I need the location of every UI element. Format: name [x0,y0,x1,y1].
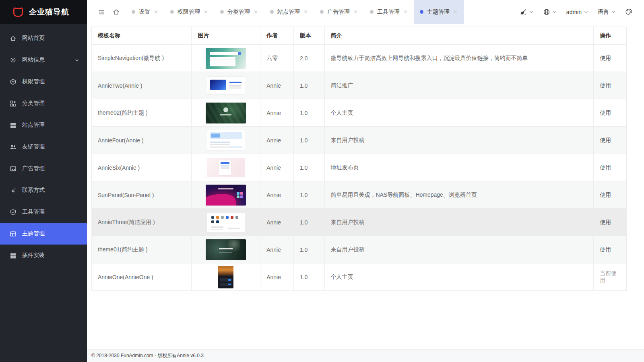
sidebar-item-site-info[interactable]: 网站信息 [0,49,87,71]
theme-desc: 个人主页 [324,263,594,291]
chevron-down-icon [553,10,557,14]
col-header-version: 版本 [293,27,324,45]
close-icon[interactable] [154,10,158,14]
theme-thumbnail [206,103,246,123]
theme-thumbnail [207,130,245,151]
close-icon[interactable] [453,10,458,14]
close-icon[interactable] [204,10,208,14]
col-header-name: 模板名称 [92,27,192,45]
tab-label: 权限管理 [178,8,200,16]
use-theme-button[interactable]: 使用 [600,137,611,143]
contact-gear-icon [10,187,17,194]
tab-themes[interactable]: 主题管理 [414,0,464,24]
sidebar-item-tools[interactable]: 工具管理 [0,201,87,223]
theme-name: SimpleNavigation(微导航 ) [92,45,192,72]
theme-desc: 个人主页 [324,99,594,127]
col-header-image: 图片 [192,27,260,45]
close-icon[interactable] [403,10,408,14]
sidebar-item-friend-links[interactable]: 友链管理 [0,136,87,158]
sidebar-item-home[interactable]: 网站首页 [0,27,87,49]
app-logo: 企业猫导航 [0,0,87,24]
table-row: AnnieTwo(Annie ) Annie 1.0 简洁推广 使用 [92,72,627,99]
user-dropdown[interactable]: admin [566,9,588,15]
language-dropdown[interactable]: 语言 [598,8,615,16]
tab-dot-icon [170,10,174,14]
theme-version: 1.0 [293,209,324,236]
theme-thumbnail [207,212,245,232]
globe-dropdown[interactable] [543,8,557,16]
language-label: 语言 [598,8,609,16]
windows-icon [10,122,17,129]
tab-label: 主题管理 [427,8,450,16]
theme-name: AnnieOne(AnnieOne ) [92,263,192,291]
col-header-desc: 简介 [324,27,594,45]
layout-icon [10,230,17,237]
themes-table: 模板名称 图片 作者 版本 简介 操作 SimpleNavigation(微导航… [91,27,627,291]
theme-author: Annie [260,154,294,181]
theme-version: 1.0 [293,154,324,181]
tab-category[interactable]: 分类管理 [214,0,264,24]
sidebar-item-contact[interactable]: 联系方式 [0,179,87,201]
copyright-text: © 2018-2030 FunAdmin.com - 版权所有Annie v6.… [91,352,204,359]
sidebar-item-site[interactable]: 站点管理 [0,114,87,136]
theme-thumbnail [207,158,245,177]
use-theme-button[interactable]: 使用 [600,219,611,225]
current-theme-label: 当前使用 [600,270,617,284]
theme-name: SunPanel(Sun-Panel ) [92,181,192,209]
table-header-row: 模板名称 图片 作者 版本 简介 操作 [92,27,627,45]
table-row: AnnieSix(Annie ) Annie 1.0 地址发布页 使用 [92,154,627,181]
table-row: SimpleNavigation(微导航 ) 六零 2.0 微导航致力于简洁高效… [92,45,627,72]
theme-author: Annie [260,263,294,291]
sidebar-item-themes[interactable]: 主题管理 [0,223,87,245]
tab-bar: 设置 权限管理 分类管理 站点管理 广告管理 [126,0,464,24]
close-icon[interactable] [353,10,358,14]
sidebar-item-label: 网站首页 [22,35,45,42]
home-icon[interactable] [109,0,123,24]
tab-tools[interactable]: 工具管理 [364,0,414,24]
theme-palette-button[interactable] [625,8,633,16]
sidebar-menu: 网站首页 网站信息 权限管理 分类管理 站点管理 友链管理 广告管理 [0,24,87,266]
theme-version: 1.0 [293,72,324,99]
brush-icon [520,8,527,16]
table-row: SunPanel(Sun-Panel ) Annie 1.0 简单易用且美观，N… [92,181,627,209]
clear-cache-dropdown[interactable] [520,8,533,16]
table-row: theme02(简约主题 ) Annie 1.0 个人主页 使用 [92,99,627,127]
shield-check-icon [10,209,17,216]
theme-desc: 简单易用且美观，NAS导航面板、Homepage、浏览器首页 [324,181,594,209]
tab-ads[interactable]: 广告管理 [314,0,364,24]
theme-name: AnnieTwo(Annie ) [92,72,192,99]
menu-fold-icon[interactable] [94,0,109,24]
tab-site[interactable]: 站点管理 [264,0,314,24]
app-title: 企业猫导航 [29,7,69,17]
theme-author: Annie [260,236,294,263]
sidebar-item-label: 友链管理 [22,143,45,150]
tab-dot-icon [220,10,224,14]
cube-icon [10,78,17,85]
close-icon[interactable] [254,10,258,14]
use-theme-button[interactable]: 使用 [600,55,611,61]
sidebar-item-permission[interactable]: 权限管理 [0,71,87,93]
use-theme-button[interactable]: 使用 [600,191,611,198]
close-icon[interactable] [303,10,308,14]
sidebar-item-label: 权限管理 [22,78,45,85]
sidebar-item-label: 站点管理 [22,121,45,129]
theme-name: theme02(简约主题 ) [92,99,192,127]
sidebar-item-category[interactable]: 分类管理 [0,93,87,114]
use-theme-button[interactable]: 使用 [600,246,611,253]
use-theme-button[interactable]: 使用 [600,164,611,171]
use-theme-button[interactable]: 使用 [600,109,611,116]
sidebar-item-plugins[interactable]: 插件安装 [0,245,87,266]
tab-permission[interactable]: 权限管理 [164,0,214,24]
theme-version: 2.0 [293,45,324,72]
image-icon [10,165,17,172]
tab-settings[interactable]: 设置 [126,0,164,24]
sidebar-item-label: 工具管理 [22,208,45,216]
sidebar-item-ads[interactable]: 广告管理 [0,158,87,179]
theme-management-panel: 模板名称 图片 作者 版本 简介 操作 SimpleNavigation(微导航… [87,24,644,349]
table-row: AnnieFour(Annie ) Annie 1.0 来自用户投稿 使用 [92,127,627,154]
username: admin [566,9,582,15]
table-row: AnnieOne(AnnieOne ) Annie 1.0 个人主页 当前使用 [92,263,627,291]
users-icon [10,144,17,150]
use-theme-button[interactable]: 使用 [600,82,611,88]
theme-name: theme01(简约主题 ) [92,236,192,263]
